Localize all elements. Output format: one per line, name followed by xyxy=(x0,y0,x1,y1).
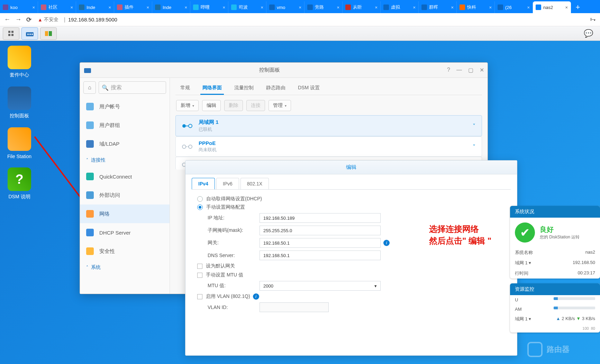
url-text[interactable]: 192.168.50.189:5000 xyxy=(68,17,590,22)
browser-tab[interactable]: 司波× xyxy=(228,1,266,13)
desktop-package-center[interactable]: 套件中心 xyxy=(6,46,33,78)
close-tab-icon[interactable]: × xyxy=(375,5,378,10)
show-desktop-button[interactable] xyxy=(3,27,19,40)
sidebar-item[interactable]: 用户群组 xyxy=(80,116,170,135)
sidebar-group-connectivity[interactable]: ˄连接性 xyxy=(80,153,170,167)
browser-tab[interactable]: 社区× xyxy=(38,1,76,13)
key-icon[interactable]: 🗝 xyxy=(590,16,596,23)
info-icon[interactable]: i xyxy=(253,293,259,300)
desktop-control-panel[interactable]: 控制面板 xyxy=(6,87,33,119)
chevron-down-icon[interactable]: ˅ xyxy=(473,122,475,129)
sidebar-item[interactable]: 网络 xyxy=(80,204,170,223)
close-tab-icon[interactable]: × xyxy=(527,5,530,10)
minimize-icon[interactable]: — xyxy=(456,67,462,73)
radio-dhcp[interactable]: 自动取得网络设置(DHCP) xyxy=(197,196,505,202)
browser-tab[interactable]: 虚拟× xyxy=(381,1,419,13)
network-interface-card[interactable]: 局域网 1已联机˅ xyxy=(175,115,482,136)
search-icon: 🔍 xyxy=(102,84,109,91)
browser-tab[interactable]: 快科× xyxy=(457,1,495,13)
desktop-label: File Station xyxy=(7,154,31,159)
close-icon[interactable]: ✕ xyxy=(480,67,484,73)
close-tab-icon[interactable]: × xyxy=(261,5,263,10)
input-mask[interactable] xyxy=(260,226,381,235)
browser-tab[interactable]: Inde× xyxy=(76,1,114,13)
browser-addressbar: ← → ⟳ ▲ 不安全 | 192.168.50.189:5000 🗝 xyxy=(0,13,600,26)
main-tab[interactable]: DSM 设置 xyxy=(296,82,322,95)
input-dns[interactable] xyxy=(260,251,381,260)
window-titlebar[interactable]: 控制面板 ? — ▢ ✕ xyxy=(80,63,488,78)
browser-tab[interactable]: Inde× xyxy=(152,1,190,13)
browser-tab[interactable]: 从听× xyxy=(343,1,381,13)
sidebar-item[interactable]: 外部访问 xyxy=(80,186,170,204)
close-tab-icon[interactable]: × xyxy=(413,5,416,10)
browser-tab[interactable]: (26× xyxy=(495,1,533,13)
close-tab-icon[interactable]: × xyxy=(565,5,568,10)
manage-button[interactable]: 管理▾ xyxy=(269,100,291,111)
modal-tab[interactable]: IPv6 xyxy=(216,178,239,189)
browser-tab[interactable]: 群晖× xyxy=(419,1,457,13)
modal-tab[interactable]: 802.1X xyxy=(240,178,269,189)
favicon xyxy=(117,4,122,10)
checkbox-manual-mtu[interactable]: 手动设置 MTU 值 xyxy=(197,272,505,278)
help-icon[interactable]: ? xyxy=(447,67,450,73)
back-icon[interactable]: ← xyxy=(4,16,10,23)
input-ip[interactable] xyxy=(260,213,381,223)
tab-label: vmo xyxy=(277,5,297,10)
info-icon[interactable]: i xyxy=(383,240,390,246)
close-tab-icon[interactable]: × xyxy=(299,5,301,10)
maximize-icon[interactable]: ▢ xyxy=(468,67,473,73)
browser-tab[interactable]: vmo× xyxy=(266,1,304,13)
browser-tab[interactable]: 插件× xyxy=(114,1,152,13)
close-tab-icon[interactable]: × xyxy=(32,5,35,10)
input-vlan-id[interactable] xyxy=(260,302,329,312)
close-tab-icon[interactable]: × xyxy=(184,5,187,10)
add-button[interactable]: 新增▾ xyxy=(176,100,199,111)
checkbox-enable-vlan[interactable]: 启用 VLAN (802.1Q)i xyxy=(197,293,505,300)
desktop-dsm-help[interactable]: ? DSM 说明 xyxy=(6,167,33,200)
browser-tab[interactable]: nas2× xyxy=(533,1,571,13)
close-tab-icon[interactable]: × xyxy=(70,5,73,10)
close-tab-icon[interactable]: × xyxy=(146,5,149,10)
dn-arrow-icon: ▼ xyxy=(576,316,581,321)
sidebar-group-system[interactable]: ˄系统 xyxy=(80,261,170,274)
network-interface-card[interactable]: PPPoE尚未联机˅ xyxy=(175,136,482,157)
sidebar-item[interactable]: 用户帐号 xyxy=(80,97,170,116)
desktop-file-station[interactable]: File Station xyxy=(6,127,33,159)
browser-tab[interactable]: koo× xyxy=(0,1,38,13)
forward-icon[interactable]: → xyxy=(15,16,21,23)
browser-tabbar: koo×社区×Inde×插件×Inde×哔哩×司波×vmo×旁路×从听×虚拟×群… xyxy=(0,0,600,13)
net-name[interactable]: 域网 1 ▾ xyxy=(515,316,531,322)
task-file-station[interactable] xyxy=(40,27,57,40)
edit-button[interactable]: 编辑 xyxy=(202,100,221,111)
input-gateway[interactable] xyxy=(260,238,381,248)
sidebar-item[interactable]: 安全性 xyxy=(80,242,170,261)
radio-manual[interactable]: 手动设置网络配置 xyxy=(197,204,505,210)
select-mtu[interactable]: 2000▾ xyxy=(260,281,381,291)
close-tab-icon[interactable]: × xyxy=(108,5,111,10)
notifications-icon[interactable]: 💬 xyxy=(584,29,593,38)
close-tab-icon[interactable]: × xyxy=(222,5,225,10)
close-tab-icon[interactable]: × xyxy=(337,5,339,10)
reload-icon[interactable]: ⟳ xyxy=(26,16,31,24)
browser-tab[interactable]: 旁路× xyxy=(304,1,343,13)
home-button[interactable]: ⌂ xyxy=(83,81,96,94)
sidebar-item[interactable]: 域/LDAP xyxy=(80,135,170,153)
status-value: 00:23:17 xyxy=(578,270,595,276)
new-tab-button[interactable]: + xyxy=(571,1,585,13)
close-tab-icon[interactable]: × xyxy=(489,5,492,10)
main-tab[interactable]: 静态路由 xyxy=(264,82,288,95)
close-tab-icon[interactable]: × xyxy=(451,5,454,10)
modal-tab[interactable]: IPv4 xyxy=(192,178,215,189)
sidebar-item[interactable]: QuickConnect xyxy=(80,167,170,186)
main-tab[interactable]: 流量控制 xyxy=(232,82,256,95)
main-tab[interactable]: 网络界面 xyxy=(200,82,224,95)
desktop-label: 控制面板 xyxy=(10,113,29,118)
checkbox-default-gateway[interactable]: 设为默认网关 xyxy=(197,263,505,269)
task-control-panel[interactable] xyxy=(21,27,38,40)
favicon xyxy=(3,4,8,10)
main-tab[interactable]: 常规 xyxy=(178,82,192,95)
browser-tab[interactable]: 哔哩× xyxy=(190,1,228,13)
sidebar-item[interactable]: DHCP Server xyxy=(80,223,170,242)
chevron-down-icon[interactable]: ˅ xyxy=(473,143,475,150)
search-input[interactable]: 🔍 搜索 xyxy=(99,81,166,94)
